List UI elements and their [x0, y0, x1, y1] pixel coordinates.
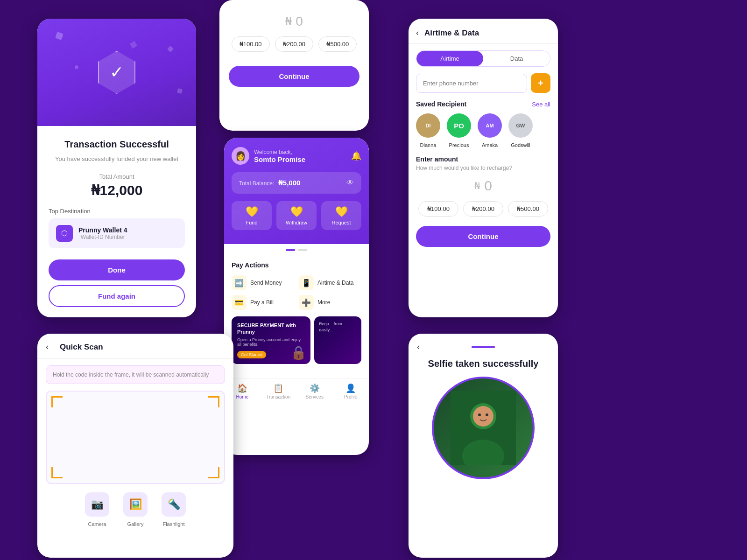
hide-balance-icon[interactable]: 👁: [346, 179, 354, 187]
notification-bell-icon[interactable]: 🔔: [351, 151, 361, 161]
tx-dest-label: Top Destination: [49, 208, 185, 215]
svg-point-4: [478, 413, 481, 416]
tx-dest-box: ⬡ Prunny Wallet 4 Wallet-ID Number: [49, 218, 185, 248]
scan-back-button[interactable]: ‹: [46, 342, 49, 352]
corner-br: [208, 467, 219, 478]
profile-nav-label: Profile: [333, 394, 369, 399]
airtime-data-title: Airtime & Data: [424, 28, 479, 38]
scan-action-icons: 📷 Camera 🖼️ Gallery 🔦 Flashlight: [37, 484, 233, 536]
send-money-label: Send Money: [250, 280, 282, 286]
request-action-btn[interactable]: 💛 Request: [321, 201, 361, 230]
saved-recipients-section: Saved Recipient See all DI Dianna PO Pre…: [409, 100, 558, 155]
airtime-data-item[interactable]: 📱 Airtime & Data: [299, 275, 361, 290]
qa-200-top[interactable]: ₦200.00: [275, 36, 313, 52]
wallet-name: Prunny Wallet 4: [78, 226, 127, 234]
send-money-icon: ➡️: [232, 275, 247, 290]
flashlight-label: Flashlight: [162, 521, 184, 527]
precious-name: Precious: [449, 142, 469, 148]
svg-point-5: [486, 413, 488, 416]
fund-icon: 💛: [235, 206, 268, 218]
pay-actions-title: Pay Actions: [232, 261, 361, 269]
tab-airtime[interactable]: Airtime: [416, 51, 483, 66]
camera-icon-item[interactable]: 📷 Camera: [85, 492, 109, 528]
card-top-purple: ✓: [37, 19, 196, 126]
enter-amount-title: Enter amount: [416, 155, 550, 163]
dot-1: [286, 249, 295, 251]
services-nav-icon: ⚙️: [296, 383, 333, 393]
qa-500-full[interactable]: ₦500.00: [508, 201, 548, 217]
airtime-header: ‹ Airtime & Data: [409, 19, 558, 44]
continue-btn-full[interactable]: Continue: [416, 226, 550, 247]
qa-100-full[interactable]: ₦100.00: [418, 201, 458, 217]
more-label: More: [317, 299, 330, 306]
services-nav-label: Services: [296, 394, 333, 399]
send-money-item[interactable]: ➡️ Send Money: [232, 275, 294, 290]
selfie-back-button[interactable]: ‹: [417, 342, 420, 352]
recipient-godswill[interactable]: GW Godswill: [508, 113, 533, 149]
gallery-icon-item[interactable]: 🖼️ Gallery: [123, 492, 148, 528]
tx-success-subtitle: You have successfully funded your new wa…: [49, 154, 185, 164]
banner-cta-btn[interactable]: Get Started: [237, 351, 266, 358]
balance-info: Total Balance: ₦5,000: [239, 179, 300, 187]
see-all-link[interactable]: See all: [532, 101, 550, 108]
qa-500-top[interactable]: ₦500.00: [318, 36, 357, 52]
airtime-icon: 📱: [299, 275, 314, 290]
banner-side-text: Requ... from... easily...: [319, 321, 357, 333]
tx-success-title: Transaction Successful: [49, 139, 185, 150]
selfie-header: ‹: [409, 334, 558, 358]
fund-action-btn[interactable]: 💛 Fund: [232, 201, 272, 230]
naira-sign-full: ₦: [474, 180, 480, 191]
recipient-precious[interactable]: PO Precious: [447, 113, 471, 149]
selfie-pill: [472, 346, 495, 348]
pay-bill-item[interactable]: 💳 Pay a Bill: [232, 295, 294, 310]
banner-side: Requ... from... easily...: [314, 316, 361, 364]
qa-100-top[interactable]: ₦100.00: [232, 36, 270, 52]
selfie-image: [432, 377, 535, 479]
amaka-avatar: AM: [478, 113, 502, 138]
recipient-amaka[interactable]: AM Amaka: [478, 113, 502, 149]
nav-profile[interactable]: 👤 Profile: [333, 383, 369, 399]
home-action-buttons: 💛 Fund 💛 Withdraw 💛 Request: [232, 201, 361, 230]
quick-amounts-top: ₦100.00 ₦200.00 ₦500.00: [219, 36, 369, 61]
wallet-icon: ⬡: [56, 225, 73, 242]
scan-title: Quick Scan: [60, 343, 103, 352]
fund-label: Fund: [235, 220, 268, 225]
transaction-nav-label: Transaction: [261, 394, 297, 399]
selfie-card: ‹ Selfie taken successfully: [409, 334, 558, 558]
nav-services[interactable]: ⚙️ Services: [296, 383, 333, 399]
dianna-name: Dianna: [420, 142, 437, 148]
enter-amount-section: Enter amount How much would you like to …: [409, 155, 558, 217]
pay-actions-grid: ➡️ Send Money 📱 Airtime & Data 💳 Pay a B…: [232, 275, 361, 310]
phone-number-input[interactable]: [416, 74, 527, 93]
qa-200-full[interactable]: ₦200.00: [463, 201, 503, 217]
camera-label: Camera: [88, 521, 106, 527]
withdraw-action-btn[interactable]: 💛 Withdraw: [276, 201, 317, 230]
continue-btn-top[interactable]: Continue: [229, 66, 359, 87]
fund-again-button[interactable]: Fund again: [49, 285, 185, 307]
user-avatar: 👩: [232, 147, 249, 165]
back-button[interactable]: ‹: [416, 28, 419, 38]
banner-area: SECURE PAYMENT with Prunny Open a Prunny…: [232, 316, 361, 364]
airtime-data-tabs: Airtime Data: [416, 50, 550, 67]
nav-transaction[interactable]: 📋 Transaction: [261, 383, 297, 399]
tab-data[interactable]: Data: [483, 51, 550, 66]
recipient-dianna[interactable]: DI Dianna: [416, 113, 440, 149]
camera-icon: 📷: [85, 492, 109, 517]
amaka-name: Amaka: [482, 142, 498, 148]
carousel-dots: [224, 244, 369, 254]
selfie-svg: [451, 391, 516, 465]
done-button[interactable]: Done: [49, 259, 185, 280]
dianna-avatar: DI: [416, 113, 440, 138]
gallery-label: Gallery: [127, 521, 144, 527]
more-item[interactable]: ➕ More: [299, 295, 361, 310]
quick-scan-card: ‹ Quick Scan Hold the code inside the fr…: [37, 334, 233, 558]
profile-nav-icon: 👤: [333, 383, 369, 393]
airtime-label: Airtime & Data: [317, 280, 353, 286]
secure-payment-banner[interactable]: SECURE PAYMENT with Prunny Open a Prunny…: [232, 316, 310, 364]
gallery-icon: 🖼️: [123, 492, 148, 517]
home-header: 👩 Welcome back, Somto Promise 🔔 Total Ba…: [224, 138, 369, 244]
flashlight-icon-item[interactable]: 🔦 Flashlight: [162, 492, 186, 528]
tx-amount-value: ₦12,000: [49, 182, 185, 198]
precious-avatar: PO: [447, 113, 471, 138]
add-contact-button[interactable]: +: [531, 73, 550, 93]
